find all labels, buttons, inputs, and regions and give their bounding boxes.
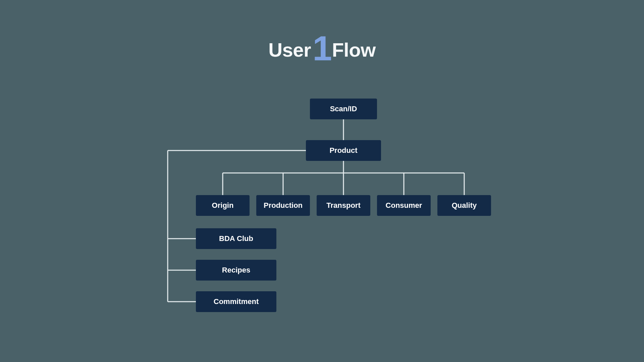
node-label: Transport: [326, 201, 360, 210]
node-label: Consumer: [386, 201, 422, 210]
node-origin: Origin: [196, 195, 250, 216]
node-label: Recipes: [222, 266, 250, 275]
diagram-stage: 1 User Flow Scan/ID Product: [0, 0, 644, 362]
node-label: Production: [264, 201, 303, 210]
node-scan-id: Scan/ID: [310, 99, 377, 119]
node-label: Commitment: [214, 297, 259, 306]
node-transport: Transport: [317, 195, 370, 216]
node-label: Quality: [452, 201, 477, 210]
node-label: Product: [329, 146, 357, 155]
node-label: BDA Club: [219, 234, 253, 243]
node-product: Product: [306, 140, 381, 161]
node-label: Scan/ID: [330, 105, 357, 113]
node-bda-club: BDA Club: [196, 228, 276, 249]
node-label: Origin: [212, 201, 234, 210]
node-consumer: Consumer: [377, 195, 431, 216]
node-quality: Quality: [437, 195, 491, 216]
node-commitment: Commitment: [196, 291, 276, 312]
node-production: Production: [256, 195, 310, 216]
node-recipes: Recipes: [196, 260, 276, 281]
connectors: [0, 0, 644, 362]
